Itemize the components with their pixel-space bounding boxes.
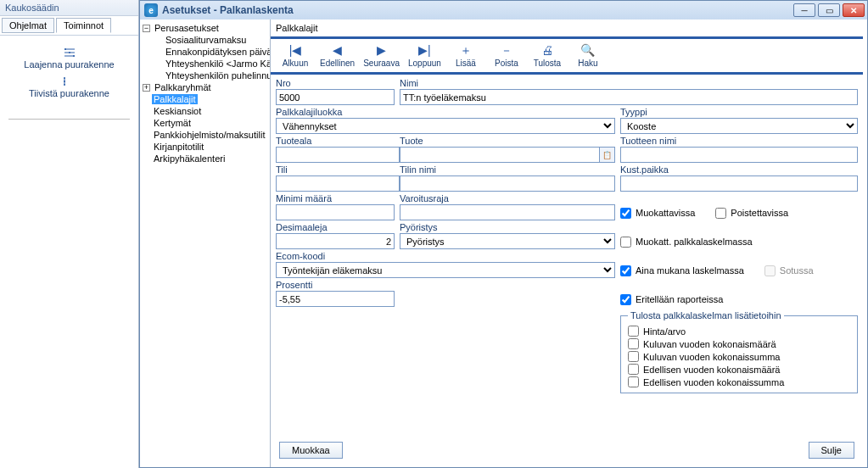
prosentti-input[interactable] (276, 291, 395, 307)
luokka-label: Palkkalajiluokka (276, 107, 615, 117)
titlebar: e Asetukset - Palkanlaskenta ─ ▭ ✕ (140, 1, 867, 20)
svg-point-7 (64, 77, 65, 79)
varoitus-input[interactable] (400, 204, 615, 220)
aina-mukana-check[interactable] (620, 265, 631, 276)
prosentti-label: Prosentti (276, 280, 615, 290)
kuluvan-maara-check[interactable] (628, 338, 639, 349)
muokattavissa-label: Muokattavissa (636, 208, 695, 218)
desimaaleja-label: Desimaaleja (276, 222, 395, 232)
muokatt-palkka-check[interactable] (620, 237, 631, 248)
nro-label: Nro (276, 78, 395, 88)
sidebar-tabs: Ohjelmat Toiminnot (0, 16, 138, 36)
kustpaikka-input[interactable] (620, 176, 858, 192)
close-button[interactable]: ✕ (843, 3, 865, 17)
ecom-select[interactable]: Työntekijän eläkemaksu (276, 262, 615, 278)
tuoteala-input[interactable] (276, 147, 400, 163)
edellisen-summa-check[interactable] (628, 376, 639, 387)
next-button[interactable]: ▶Seuraava (360, 42, 403, 69)
poistettavissa-label: Poistettavissa (731, 208, 788, 218)
search-button[interactable]: 🔍Haku (568, 42, 608, 69)
tree-item[interactable]: Arkipyhäkalenteri (152, 153, 227, 164)
tree-item[interactable]: Kirjanpitotilit (152, 142, 205, 152)
svg-point-9 (64, 84, 65, 86)
tree-expand-icon[interactable]: − (143, 25, 150, 32)
tree-item[interactable]: Ennakonpidätyksen päivära (164, 47, 271, 57)
delete-button[interactable]: －Poista (487, 42, 526, 69)
maximize-button[interactable]: ▭ (818, 3, 840, 17)
tree-item[interactable]: Yhteyshenkilön puhelinnum (164, 70, 271, 81)
tilinimi-input[interactable] (400, 176, 615, 192)
tree-node2[interactable]: Palkkaryhmät (153, 82, 213, 92)
first-icon: |◀ (289, 43, 302, 57)
svg-point-4 (69, 52, 70, 53)
tab-programs[interactable]: Ohjelmat (2, 18, 54, 33)
tree-item[interactable]: Pankkiohjelmisto/maksutilit (152, 130, 266, 140)
muokatt-palkka-label: Muokatt. palkkalaskelmassa (636, 237, 753, 247)
tree-root[interactable]: Perusasetukset (153, 23, 221, 33)
nimi-label: Nimi (400, 78, 858, 88)
minimi-label: Minimi määrä (276, 193, 395, 203)
sidebar-title: Kaukosäädin (0, 0, 138, 16)
pyoristys-label: Pyöristys (400, 222, 615, 232)
eritellaan-check[interactable] (620, 294, 631, 305)
tree-item-palkkalajit[interactable]: Palkkalajit (152, 94, 198, 104)
nro-input[interactable] (276, 89, 395, 105)
tyyppi-select[interactable]: Kooste (620, 118, 858, 134)
remote-sidebar: Kaukosäädin Ohjelmat Toiminnot Laajenna … (0, 0, 139, 468)
print-icon: 🖨 (541, 43, 553, 57)
settings-window: e Asetukset - Palkanlaskenta ─ ▭ ✕ −Peru… (139, 0, 868, 468)
last-button[interactable]: ▶|Loppuun (405, 42, 445, 69)
tuotenimi-input[interactable] (620, 147, 858, 163)
svg-point-5 (73, 55, 75, 57)
plus-icon: ＋ (460, 43, 472, 57)
tuote-input[interactable] (400, 147, 600, 163)
tree-item[interactable]: Sosiaaliturvamaksu (164, 35, 248, 45)
nimi-input[interactable] (400, 89, 858, 105)
form-caption: Palkkalajit (271, 20, 863, 36)
ecom-label: Ecom-koodi (276, 251, 615, 261)
muokattavissa-check[interactable] (620, 208, 631, 219)
kustpaikka-label: Kust.paikka (620, 164, 858, 175)
settings-tree[interactable]: −Perusasetukset Sosiaaliturvamaksu Ennak… (140, 20, 271, 467)
add-button[interactable]: ＋Lisää (446, 42, 485, 69)
app-icon: e (144, 3, 158, 17)
collapse-tree-icon (63, 76, 76, 86)
edellisen-maara-check[interactable] (628, 364, 639, 375)
next-icon: ▶ (377, 43, 386, 57)
muokkaa-button[interactable]: Muokkaa (279, 442, 343, 459)
pyoristys-select[interactable]: Pyöristys (400, 233, 615, 249)
tuote-lookup-icon[interactable]: 📋 (600, 147, 615, 163)
tree-item[interactable]: Keskiansiot (152, 106, 203, 116)
tuoteala-label: Tuoteala (276, 136, 395, 146)
print-legend: Tulosta palkkalaskelman lisätietoihin (628, 310, 784, 320)
desimaaleja-input[interactable] (276, 233, 395, 249)
tilinimi-label: Tilin nimi (400, 164, 615, 175)
tree-item[interactable]: Kertymät (152, 118, 193, 128)
luokka-select[interactable]: Vähennykset (276, 118, 615, 134)
tab-actions[interactable]: Toiminnot (56, 18, 111, 33)
sotussa-label: Sotussa (780, 265, 814, 276)
minimi-input[interactable] (276, 204, 395, 220)
eritellaan-label: Eritellään raporteissa (636, 294, 723, 304)
sulje-button[interactable]: Sulje (809, 442, 854, 459)
kuluvan-summa-check[interactable] (628, 351, 639, 362)
poistettavissa-check[interactable] (715, 208, 726, 219)
collapse-tree-link[interactable]: Tiivistä puurakenne (7, 88, 132, 98)
tili-input[interactable] (276, 176, 400, 192)
print-fieldset: Tulosta palkkalaskelman lisätietoihin Hi… (620, 310, 858, 393)
minimize-button[interactable]: ─ (793, 3, 815, 17)
aina-mukana-label: Aina mukana laskelmassa (636, 265, 744, 276)
print-button[interactable]: 🖨Tulosta (528, 42, 567, 69)
tree-expand-icon[interactable]: + (143, 84, 150, 92)
hinta-arvo-check[interactable] (628, 326, 639, 337)
tyyppi-label: Tyyppi (620, 107, 858, 117)
prev-button[interactable]: ◀Edellinen (316, 42, 358, 69)
first-button[interactable]: |◀Alkuun (276, 42, 315, 69)
expand-tree-link[interactable]: Laajenna puurakenne (7, 59, 132, 70)
sotussa-check (764, 265, 776, 276)
tree-item[interactable]: Yhteyshenkilö <Jarmo Kähk (164, 58, 271, 69)
last-icon: ▶| (418, 43, 431, 57)
tili-label: Tili (276, 164, 395, 175)
window-title: Asetukset - Palkanlaskenta (162, 4, 793, 16)
minus-icon: － (501, 43, 512, 57)
